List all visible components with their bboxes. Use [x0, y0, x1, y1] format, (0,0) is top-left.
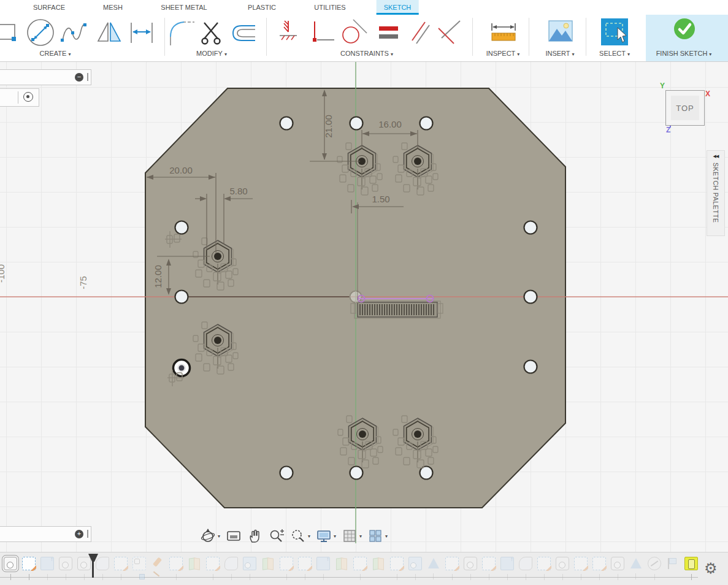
insert-image-icon[interactable] [548, 18, 573, 45]
offset-icon[interactable] [229, 18, 259, 45]
inspect-dropdown[interactable]: INSPECT▾ [486, 50, 520, 57]
dim-1-50[interactable]: 1.50 [372, 194, 389, 204]
timeline-feature-sketch[interactable] [280, 557, 293, 570]
tangent-constraint-icon[interactable] [339, 18, 368, 45]
highlighted-hole[interactable] [174, 360, 190, 377]
browser-collapsed-bar[interactable]: − [0, 69, 91, 85]
dimension-icon[interactable] [128, 18, 156, 45]
dim-16[interactable]: 16.00 [378, 119, 402, 129]
view-cube[interactable]: Y X Z TOP [656, 82, 718, 140]
timeline-settings-gear-icon[interactable]: ⚙ [704, 557, 718, 579]
expand-button[interactable]: + [75, 530, 83, 538]
timeline-playhead[interactable] [88, 554, 98, 578]
timeline-feature-sketch[interactable] [390, 557, 404, 570]
collapse-button[interactable]: − [75, 73, 83, 82]
timeline-feature-sketch[interactable] [206, 557, 220, 570]
connector-slot[interactable] [351, 301, 443, 318]
comments-collapsed-bar[interactable]: + [0, 526, 91, 542]
origin-visibility-icon[interactable] [23, 92, 33, 102]
sketch-drawing[interactable]: 21.00 16.00 20.00 5.80 1.50 12.00 -100 -… [0, 61, 728, 552]
timeline-feature-form[interactable] [519, 557, 532, 570]
tab-utilities[interactable]: UTILITIES [307, 0, 353, 15]
timeline-feature-sketch[interactable] [169, 557, 183, 570]
dim-12[interactable]: 12.00 [153, 265, 163, 288]
timeline-feature-mirror[interactable] [372, 557, 385, 570]
timeline-feature-component[interactable] [611, 557, 624, 570]
dim-20[interactable]: 20.00 [169, 165, 193, 175]
tab-sketch[interactable]: SKETCH [377, 0, 419, 15]
timeline-feature-hole[interactable] [243, 557, 256, 570]
timeline-feature-triangle[interactable] [629, 557, 643, 570]
display-settings-tool[interactable]: ▾ [316, 528, 336, 544]
timeline-feature-mirror[interactable] [261, 557, 275, 570]
panel-grip[interactable] [87, 530, 88, 538]
timeline-feature-sketch[interactable] [482, 557, 496, 570]
dim-21[interactable]: 21.00 [323, 115, 334, 138]
timeline-feature-component[interactable] [464, 557, 477, 570]
constraints-dropdown[interactable]: CONSTRAINTS▾ [340, 50, 393, 57]
timeline-feature-hole[interactable] [408, 557, 422, 570]
parallel-constraint-icon[interactable] [408, 18, 433, 45]
tab-sheet-metal[interactable]: SHEET METAL [153, 0, 214, 15]
dim-5-80[interactable]: 5.80 [229, 186, 247, 196]
sketch-canvas[interactable]: 21.00 16.00 20.00 5.80 1.50 12.00 -100 -… [0, 61, 728, 552]
select-window-icon[interactable] [601, 18, 628, 45]
timeline-feature-sketch-active[interactable] [684, 557, 698, 570]
timeline-feature-component[interactable] [556, 557, 569, 570]
timeline-feature-link[interactable] [648, 557, 661, 570]
perpendicular-constraint-icon[interactable] [435, 18, 462, 45]
mirror-icon[interactable] [96, 18, 123, 45]
finish-sketch-label[interactable]: FINISH SKETCH▾ [656, 50, 712, 57]
modify-dropdown[interactable]: MODIFY▾ [196, 50, 227, 57]
trim-icon[interactable] [197, 18, 224, 45]
origin-mini-toolbar[interactable] [0, 88, 39, 107]
timeline-feature-sketch[interactable] [353, 557, 367, 570]
select-dropdown[interactable]: SELECT▾ [599, 50, 630, 57]
sketch-origin[interactable] [350, 291, 362, 303]
timeline-feature-component[interactable] [4, 557, 17, 570]
timeline-feature-sketch[interactable] [114, 557, 128, 570]
timeline-feature-sketch[interactable] [574, 557, 588, 570]
timeline-feature-mirror[interactable] [335, 557, 348, 570]
timeline-feature-sketch[interactable] [22, 557, 36, 570]
grid-layout-tool[interactable]: ▾ [342, 528, 362, 544]
timeline-feature-flag[interactable] [666, 557, 680, 570]
horizontal-vertical-constraint-icon[interactable] [310, 20, 335, 44]
timeline-feature-triangle[interactable] [427, 557, 440, 570]
look-at-tool[interactable] [226, 528, 242, 544]
expand-panel-icon[interactable]: ◀◀ [707, 151, 724, 159]
timeline-feature-sketch[interactable] [592, 557, 606, 570]
timeline-feature-sketch[interactable] [445, 557, 459, 570]
panel-grip[interactable] [87, 73, 88, 81]
create-dropdown[interactable]: CREATE▾ [40, 50, 71, 57]
tab-mesh[interactable]: MESH [96, 0, 130, 15]
orbit-tool[interactable]: ▾ [200, 528, 220, 544]
timeline-feature-form[interactable] [224, 557, 238, 570]
pan-tool[interactable] [247, 528, 263, 544]
timeline-feature-sketch[interactable] [298, 557, 312, 570]
timeline-feature-extrude[interactable] [40, 557, 54, 570]
timeline-feature-extrude[interactable] [316, 557, 330, 570]
coincident-constraint-icon[interactable] [277, 20, 299, 44]
tab-plastic[interactable]: PLASTIC [240, 0, 283, 15]
spline-icon[interactable] [59, 18, 88, 45]
timeline-feature-extrude[interactable] [500, 557, 514, 570]
zoom-tool[interactable] [269, 528, 285, 544]
timeline-feature-sketch[interactable] [537, 557, 551, 570]
insert-dropdown[interactable]: INSERT▾ [545, 50, 574, 57]
timeline-feature-joint[interactable] [132, 557, 146, 570]
measure-icon[interactable] [489, 22, 518, 44]
timeline-feature-mirror[interactable] [188, 557, 201, 570]
viewports-tool[interactable]: ▾ [367, 528, 388, 544]
sketch-palette-tab[interactable]: ◀◀ SKETCH PALETTE [707, 150, 725, 236]
zoom-window-tool[interactable]: ▾ [290, 528, 310, 544]
circle-diameter-icon[interactable] [25, 17, 56, 48]
rectangle-tool-icon[interactable] [0, 18, 18, 45]
tab-surface[interactable]: SURFACE [26, 0, 72, 15]
fillet-icon[interactable] [167, 18, 195, 45]
view-cube-top-face[interactable]: TOP [665, 90, 705, 126]
equal-constraint-icon[interactable] [378, 20, 400, 44]
finish-sketch-check-icon[interactable] [673, 17, 696, 40]
timeline-feature-pin[interactable] [151, 557, 164, 570]
finish-sketch-block[interactable]: FINISH SKETCH▾ [646, 15, 728, 61]
